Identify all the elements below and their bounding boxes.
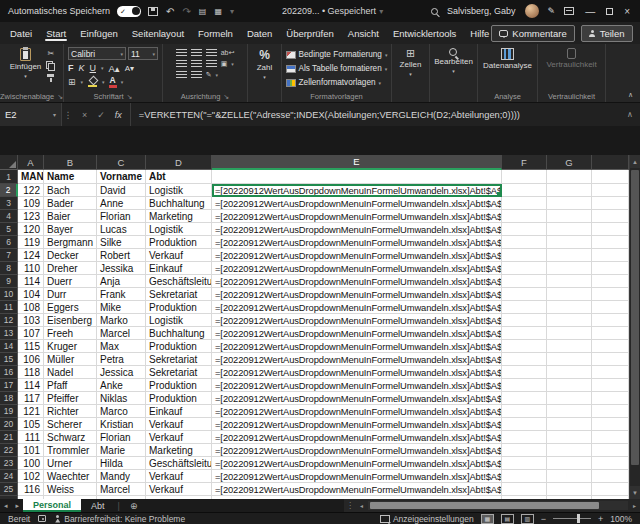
cell-C1[interactable]: Vorname xyxy=(97,170,146,184)
cancel-icon[interactable]: × xyxy=(82,110,87,120)
macro-record-icon[interactable] xyxy=(38,515,46,522)
row-header-20[interactable]: 20 xyxy=(0,418,18,431)
cell-C15[interactable]: Petra xyxy=(97,353,146,366)
align-top-icon[interactable] xyxy=(176,49,187,57)
new-sheet-icon[interactable]: ⊕ xyxy=(130,501,138,511)
cell-A1[interactable]: MANr xyxy=(18,170,44,184)
row-header-22[interactable]: 22 xyxy=(0,444,18,457)
cell-F13[interactable] xyxy=(502,327,547,340)
row-header-19[interactable]: 19 xyxy=(0,405,18,418)
cell-B25[interactable]: Weiss xyxy=(44,483,97,496)
row-header-5[interactable]: 5 xyxy=(0,223,18,236)
zoom-slider-handle[interactable] xyxy=(577,514,580,523)
cell-A10[interactable]: 104 xyxy=(18,288,44,301)
cell-H17[interactable] xyxy=(592,379,629,392)
italic-button[interactable]: K xyxy=(79,63,85,73)
cell-D14[interactable]: Produktion xyxy=(146,340,212,353)
cell-E11[interactable]: =[20220912WertAusDropdownMenuInFormelUmw… xyxy=(212,301,502,314)
cell-B24[interactable]: Waechter xyxy=(44,470,97,483)
cell-A14[interactable]: 115 xyxy=(18,340,44,353)
cell-C2[interactable]: David xyxy=(97,184,146,197)
cell-D12[interactable]: Logistik xyxy=(146,314,212,327)
cell-G17[interactable] xyxy=(547,379,592,392)
tab-start[interactable]: Start xyxy=(44,23,68,43)
cell-F2[interactable] xyxy=(502,184,547,197)
table-tool-icon[interactable]: ▦ xyxy=(214,7,222,16)
cell-F7[interactable] xyxy=(502,249,547,262)
cell-D21[interactable]: Verkauf xyxy=(146,431,212,444)
cell-C22[interactable]: Marie xyxy=(97,444,146,457)
cell-A12[interactable]: 103 xyxy=(18,314,44,327)
row-header-3[interactable]: 3 xyxy=(0,197,18,210)
qat-customize-icon[interactable]: ▾ xyxy=(230,7,234,16)
cell-G9[interactable] xyxy=(547,275,592,288)
cell-H16[interactable] xyxy=(592,366,629,379)
cell-C6[interactable]: Silke xyxy=(97,236,146,249)
cell-E21[interactable]: =[20220912WertAusDropdownMenuInFormelUmw… xyxy=(212,431,502,444)
cell-G5[interactable] xyxy=(547,223,592,236)
tab-seitenlayout[interactable]: Seitenlayout xyxy=(130,23,186,43)
cell-C18[interactable]: Niklas xyxy=(97,392,146,405)
cell-C10[interactable]: Frank xyxy=(97,288,146,301)
row-header-9[interactable]: 9 xyxy=(0,275,18,288)
cell-D11[interactable]: Produktion xyxy=(146,301,212,314)
cell-D7[interactable]: Verkauf xyxy=(146,249,212,262)
cell-D9[interactable]: Geschäftsleitung xyxy=(146,275,212,288)
cell-E16[interactable]: =[20220912WertAusDropdownMenuInFormelUmw… xyxy=(212,366,502,379)
col-header-F[interactable]: F xyxy=(502,155,547,170)
cell-B23[interactable]: Urner xyxy=(44,457,97,470)
cell-D8[interactable]: Einkauf xyxy=(146,262,212,275)
cell-D6[interactable]: Produktion xyxy=(146,236,212,249)
vertical-scrollbar[interactable]: ▲ ▼ xyxy=(629,155,640,499)
cell-C19[interactable]: Marco xyxy=(97,405,146,418)
cell-A21[interactable]: 111 xyxy=(18,431,44,444)
accessibility-status[interactable]: Barrierefreiheit: Keine Probleme xyxy=(54,514,185,524)
cell-H3[interactable] xyxy=(592,197,629,210)
cell-B1[interactable]: Name xyxy=(44,170,97,184)
cell-D24[interactable]: Verkauf xyxy=(146,470,212,483)
row-header-14[interactable]: 14 xyxy=(0,340,18,353)
cell-G22[interactable] xyxy=(547,444,592,457)
cell-G25[interactable] xyxy=(547,483,592,496)
cell-F11[interactable] xyxy=(502,301,547,314)
cell-B15[interactable]: Müller xyxy=(44,353,97,366)
cell-G12[interactable] xyxy=(547,314,592,327)
row-header-13[interactable]: 13 xyxy=(0,327,18,340)
cell-H2[interactable] xyxy=(592,184,629,197)
cell-A5[interactable]: 120 xyxy=(18,223,44,236)
cell-B17[interactable]: Pfaff xyxy=(44,379,97,392)
display-settings-button[interactable]: Anzeigeeinstellungen xyxy=(380,514,474,524)
cell-G18[interactable] xyxy=(547,392,592,405)
orientation-icon[interactable]: ✎ xyxy=(206,71,212,79)
cell-B11[interactable]: Eggers xyxy=(44,301,97,314)
cell-C20[interactable]: Kristian xyxy=(97,418,146,431)
cell-F24[interactable] xyxy=(502,470,547,483)
row-header-24[interactable]: 24 xyxy=(0,470,18,483)
enter-icon[interactable]: ✓ xyxy=(97,110,105,120)
cell-E17[interactable]: =[20220912WertAusDropdownMenuInFormelUmw… xyxy=(212,379,502,392)
cell-F10[interactable] xyxy=(502,288,547,301)
row-header-7[interactable]: 7 xyxy=(0,249,18,262)
cell-E25[interactable]: =[20220912WertAusDropdownMenuInFormelUmw… xyxy=(212,483,502,496)
cells-button[interactable]: ⊞ Zellen ▾ xyxy=(398,47,424,91)
touch-mode-icon[interactable]: ▤ xyxy=(199,7,207,16)
zoom-out-icon[interactable]: − xyxy=(541,514,546,524)
cell-G20[interactable] xyxy=(547,418,592,431)
cell-F17[interactable] xyxy=(502,379,547,392)
cell-C7[interactable]: Robert xyxy=(97,249,146,262)
tab-ansicht[interactable]: Ansicht xyxy=(346,23,381,43)
cell-E15[interactable]: =[20220912WertAusDropdownMenuInFormelUmw… xyxy=(212,353,502,366)
cell-F9[interactable] xyxy=(502,275,547,288)
zoom-level[interactable]: 100% xyxy=(610,514,632,524)
cell-G15[interactable] xyxy=(547,353,592,366)
cell-F21[interactable] xyxy=(502,431,547,444)
cell-A17[interactable]: 114 xyxy=(18,379,44,392)
pen-mode-icon[interactable]: ✎ xyxy=(548,6,556,16)
cell-F20[interactable] xyxy=(502,418,547,431)
cell-H6[interactable] xyxy=(592,236,629,249)
cell-F16[interactable] xyxy=(502,366,547,379)
tab-daten[interactable]: Daten xyxy=(245,23,274,43)
increase-indent-icon[interactable] xyxy=(191,71,202,79)
cell-D3[interactable]: Buchhaltung xyxy=(146,197,212,210)
cell-B12[interactable]: Eisenberg xyxy=(44,314,97,327)
